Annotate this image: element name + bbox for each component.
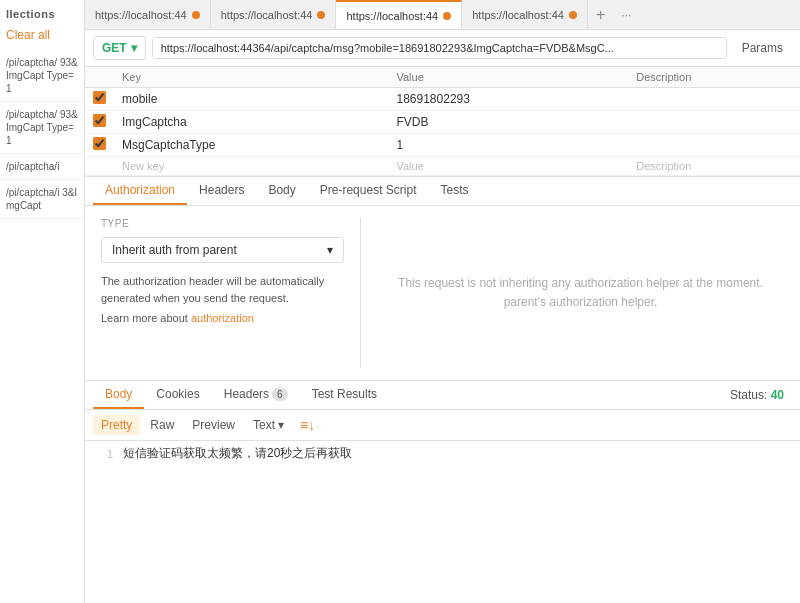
sidebar-item-2[interactable]: /pi/captcha/i — [0, 154, 84, 180]
col-key: Key — [114, 67, 388, 88]
method-label: GET — [102, 41, 127, 55]
col-desc: Description — [628, 67, 800, 88]
format-preview-button[interactable]: Preview — [184, 415, 243, 435]
sidebar-header: llections — [0, 0, 84, 24]
tab-3-dot — [569, 11, 577, 19]
tab-add-button[interactable]: + — [588, 0, 613, 30]
response-line-1: 1 短信验证码获取太频繁，请20秒之后再获取 — [85, 441, 800, 466]
params-table: Key Value Description mobile 18691802293… — [85, 67, 800, 176]
auth-right: This request is not inheriting any autho… — [361, 218, 784, 368]
format-text-dropdown[interactable]: Text ▾ — [245, 415, 292, 435]
sidebar-item-3[interactable]: /pi/captcha/i 3&ImgCapt — [0, 180, 84, 219]
method-button[interactable]: GET ▾ — [93, 36, 146, 60]
tab-3-label: https://localhost:44 — [472, 9, 564, 21]
format-bar: Pretty Raw Preview Text ▾ ≡↓ — [85, 410, 800, 441]
request-bar: GET ▾ Params — [85, 30, 800, 67]
response-body: 1 短信验证码获取太频繁，请20秒之后再获取 — [85, 441, 800, 603]
tab-0[interactable]: https://localhost:44 — [85, 0, 211, 30]
url-input[interactable] — [152, 37, 727, 59]
format-wrap-icon[interactable]: ≡↓ — [300, 417, 315, 433]
auth-learn-more-text: Learn more about — [101, 312, 188, 324]
auth-type-label: TYPE — [101, 218, 344, 229]
auth-type-value: Inherit auth from parent — [112, 243, 237, 257]
auth-link[interactable]: authorization — [191, 312, 254, 324]
clear-all-button[interactable]: Clear all — [0, 24, 84, 50]
sub-tab-authorization[interactable]: Authorization — [93, 177, 187, 205]
line-number-1: 1 — [93, 448, 123, 460]
method-chevron-icon: ▾ — [131, 41, 137, 55]
format-pretty-button[interactable]: Pretty — [93, 415, 140, 435]
auth-left: TYPE Inherit auth from parent ▾ The auth… — [101, 218, 361, 368]
tab-1[interactable]: https://localhost:44 — [211, 0, 337, 30]
auth-select-chevron-icon: ▾ — [327, 243, 333, 257]
status-value: 40 — [771, 388, 784, 402]
params-section: Key Value Description mobile 18691802293… — [85, 67, 800, 177]
param-0-desc — [628, 88, 800, 111]
sidebar-item-0[interactable]: /pi/captcha/ 93&ImgCapt Type=1 — [0, 50, 84, 102]
sub-tab-prerequest[interactable]: Pre-request Script — [308, 177, 429, 205]
browser-tabs: https://localhost:44 https://localhost:4… — [85, 0, 800, 30]
headers-badge: 6 — [272, 388, 288, 401]
new-key-input[interactable]: New key — [114, 157, 388, 176]
response-tab-headers[interactable]: Headers6 — [212, 381, 300, 409]
param-1-key[interactable]: ImgCaptcha — [114, 111, 388, 134]
status-area: Status: 40 — [730, 388, 792, 402]
param-2-value[interactable]: 1 — [388, 134, 628, 157]
response-tab-cookies[interactable]: Cookies — [144, 381, 211, 409]
param-0-checkbox[interactable] — [93, 91, 106, 104]
tab-2[interactable]: https://localhost:44 — [336, 0, 462, 30]
response-tab-test-results[interactable]: Test Results — [300, 381, 389, 409]
param-row-2: MsgCaptchaType 1 — [85, 134, 800, 157]
param-0-key[interactable]: mobile — [114, 88, 388, 111]
param-1-value[interactable]: FVDB — [388, 111, 628, 134]
param-row-1: ImgCaptcha FVDB — [85, 111, 800, 134]
tab-more-button[interactable]: ··· — [613, 0, 639, 30]
col-value: Value — [388, 67, 628, 88]
tab-2-label: https://localhost:44 — [346, 10, 438, 22]
response-tab-body[interactable]: Body — [93, 381, 144, 409]
tab-2-dot — [443, 12, 451, 20]
format-text-label: Text — [253, 418, 275, 432]
auth-inherit-text: This request is not inheriting any autho… — [377, 274, 784, 312]
status-label: Status: — [730, 388, 767, 402]
tab-0-label: https://localhost:44 — [95, 9, 187, 21]
auth-description: The authorization header will be automat… — [101, 273, 344, 306]
param-2-key[interactable]: MsgCaptchaType — [114, 134, 388, 157]
tab-1-dot — [317, 11, 325, 19]
response-tabs: Body Cookies Headers6 Test Results Statu… — [85, 381, 800, 410]
auth-panel: TYPE Inherit auth from parent ▾ The auth… — [85, 206, 800, 381]
main-panel: https://localhost:44 https://localhost:4… — [85, 0, 800, 603]
tab-1-label: https://localhost:44 — [221, 9, 313, 21]
format-dropdown-chevron-icon: ▾ — [278, 418, 284, 432]
auth-type-select[interactable]: Inherit auth from parent ▾ — [101, 237, 344, 263]
param-1-checkbox[interactable] — [93, 114, 106, 127]
params-button[interactable]: Params — [733, 36, 792, 60]
tab-0-dot — [192, 11, 200, 19]
param-2-desc — [628, 134, 800, 157]
line-content-1: 短信验证码获取太频繁，请20秒之后再获取 — [123, 445, 352, 462]
sub-tab-headers[interactable]: Headers — [187, 177, 256, 205]
tab-3[interactable]: https://localhost:44 — [462, 0, 588, 30]
sub-tab-tests[interactable]: Tests — [428, 177, 480, 205]
param-row-0: mobile 18691802293 — [85, 88, 800, 111]
new-value-input[interactable]: Value — [388, 157, 628, 176]
param-0-value[interactable]: 18691802293 — [388, 88, 628, 111]
sidebar: llections Clear all /pi/captcha/ 93&ImgC… — [0, 0, 85, 603]
auth-learn-more: Learn more about authorization — [101, 312, 344, 324]
param-new-row: New key Value Description — [85, 157, 800, 176]
param-1-desc — [628, 111, 800, 134]
sub-tabs: Authorization Headers Body Pre-request S… — [85, 177, 800, 206]
col-check — [85, 67, 114, 88]
sidebar-item-1[interactable]: /pi/captcha/ 93&ImgCapt Type=1 — [0, 102, 84, 154]
param-2-checkbox[interactable] — [93, 137, 106, 150]
sub-tab-body[interactable]: Body — [256, 177, 307, 205]
new-desc-input[interactable]: Description — [628, 157, 800, 176]
format-raw-button[interactable]: Raw — [142, 415, 182, 435]
